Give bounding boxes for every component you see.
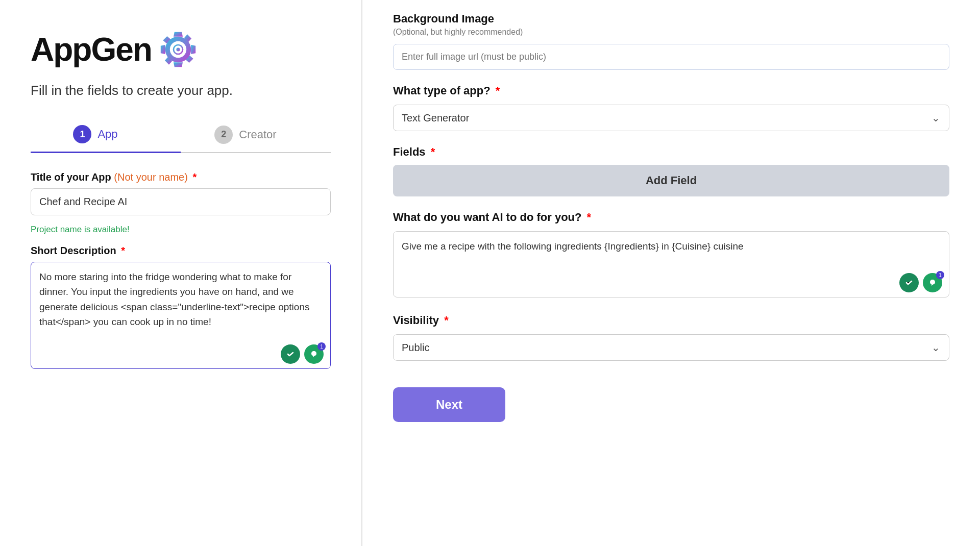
- tabs-row: 1 App 2 Creator: [31, 119, 331, 153]
- visibility-section: Visibility * Public Private ⌄: [393, 314, 949, 375]
- ai-grammarly-icon[interactable]: [899, 273, 919, 292]
- app-type-section: What type of app? * Text Generator Image…: [393, 84, 949, 145]
- grammarly-icon[interactable]: [281, 344, 300, 364]
- next-button[interactable]: Next: [393, 387, 505, 422]
- app-type-select[interactable]: Text Generator Image Generator Chatbot: [393, 105, 949, 131]
- fields-label: Fields *: [393, 145, 949, 159]
- bg-image-subtitle: (Optional, but highly recommended): [393, 28, 949, 37]
- left-panel: AppGen: [0, 0, 362, 546]
- bg-image-section: Background Image (Optional, but highly r…: [393, 12, 949, 84]
- ai-textarea[interactable]: Give me a recipe with the following ingr…: [393, 231, 949, 297]
- chatgpt-badge: 1: [317, 342, 326, 351]
- textarea-icons: 1: [281, 344, 324, 364]
- title-required: *: [192, 171, 197, 183]
- fields-section: Fields * Add Field: [393, 145, 949, 211]
- tab2-number: 2: [214, 126, 233, 144]
- bg-image-input[interactable]: [393, 44, 949, 70]
- logo-row: AppGen: [31, 31, 331, 68]
- title-label: Title of your App (Not your name) *: [31, 171, 331, 183]
- app-type-label: What type of app? *: [393, 84, 949, 97]
- right-panel: Background Image (Optional, but highly r…: [362, 0, 980, 546]
- svg-point-3: [176, 47, 180, 51]
- tab1-number: 1: [73, 125, 91, 143]
- title-field-wrapper: Title of your App (Not your name) *: [31, 171, 331, 215]
- available-text: Project name is available!: [31, 225, 331, 235]
- not-name-hint: (Not your name): [114, 171, 188, 183]
- app-logo-text: AppGen: [31, 31, 152, 68]
- tagline: Fill in the fields to create your app.: [31, 83, 331, 98]
- short-desc-label: Short Description *: [31, 245, 331, 257]
- visibility-select[interactable]: Public Private: [393, 334, 949, 361]
- ai-textarea-wrapper: Give me a recipe with the following ingr…: [393, 231, 949, 300]
- ai-chatgpt-icon[interactable]: 1: [923, 273, 942, 292]
- bg-image-title: Background Image: [393, 12, 949, 26]
- ai-label: What do you want AI to do for you? *: [393, 211, 949, 224]
- tab2-label: Creator: [239, 128, 276, 141]
- visibility-label: Visibility *: [393, 314, 949, 327]
- visibility-select-wrapper: Public Private ⌄: [393, 334, 949, 361]
- tab-creator[interactable]: 2 Creator: [181, 119, 331, 152]
- ai-textarea-icons: 1: [899, 273, 942, 292]
- title-input[interactable]: [31, 188, 331, 215]
- left-form: Title of your App (Not your name) * Proj…: [31, 171, 331, 371]
- tab-app[interactable]: 1 App: [31, 119, 181, 153]
- add-field-button[interactable]: Add Field: [393, 165, 949, 196]
- tab1-label: App: [97, 128, 117, 141]
- app-type-select-wrapper: Text Generator Image Generator Chatbot ⌄: [393, 105, 949, 131]
- ai-section: What do you want AI to do for you? * Giv…: [393, 211, 949, 314]
- gear-icon: [160, 31, 197, 68]
- desc-textarea-wrapper: No more staring into the fridge wonderin…: [31, 262, 331, 371]
- ai-chatgpt-badge: 1: [936, 271, 944, 279]
- chatgpt-icon[interactable]: 1: [304, 344, 324, 364]
